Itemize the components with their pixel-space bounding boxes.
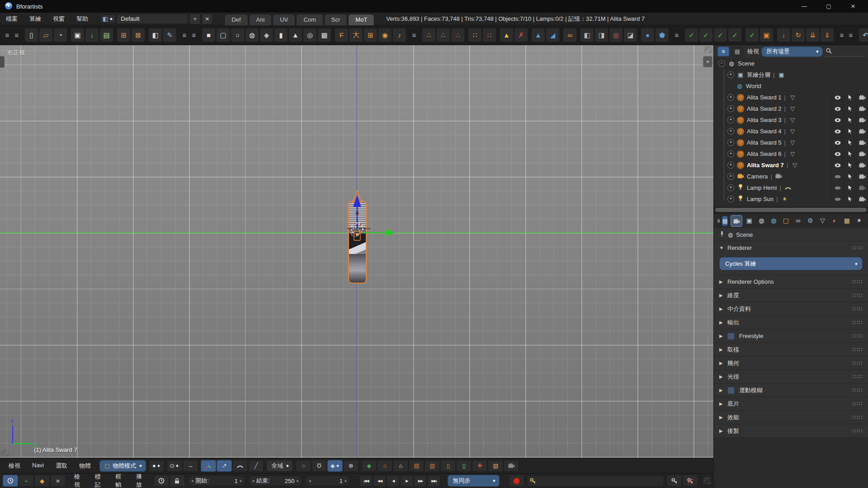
- background-image-button[interactable]: ▧: [488, 460, 503, 472]
- panel-checkbox[interactable]: [727, 333, 735, 340]
- screen-tab-MoT[interactable]: MoT: [348, 14, 374, 25]
- layout-name-field[interactable]: Default: [117, 14, 188, 24]
- screen-tab-Scr[interactable]: Scr: [324, 14, 348, 25]
- add-layout-button[interactable]: +: [189, 14, 200, 24]
- outliner-row-lamp-hemi[interactable]: +Lamp Hemi|: [714, 182, 868, 193]
- panel-drag-grip[interactable]: [852, 334, 863, 338]
- restrict-render-toggle[interactable]: [856, 171, 868, 182]
- panel-輸出[interactable]: ▶輸出: [714, 315, 868, 329]
- add-speaker-button[interactable]: ♪: [392, 28, 406, 42]
- origin-center-button[interactable]: ◎: [609, 28, 623, 42]
- add-metaball-1-button[interactable]: ∴: [422, 28, 436, 42]
- restrict-view-toggle[interactable]: [831, 126, 844, 137]
- append-button[interactable]: ⊠: [131, 28, 145, 42]
- timeline-menu-框幀[interactable]: 框幀: [109, 473, 130, 488]
- close-button[interactable]: ✕: [843, 1, 863, 12]
- apply-scale-button[interactable]: ✓: [713, 28, 727, 42]
- apply-all-button[interactable]: ▣: [760, 28, 774, 42]
- expand-icon[interactable]: +: [727, 128, 734, 135]
- outliner-row-alita-sward-5[interactable]: +▽Alita Sward 5|▽: [714, 137, 868, 148]
- panel-後製[interactable]: ▶後製: [714, 424, 868, 437]
- add-icosphere-button[interactable]: ◈: [259, 28, 274, 42]
- add-metaball-2-button[interactable]: ∴: [436, 28, 450, 42]
- delete-keyframe-button[interactable]: [683, 475, 698, 487]
- playback-jump-start[interactable]: |◀◀: [359, 475, 373, 487]
- panel-drag-grip[interactable]: [852, 388, 863, 392]
- properties-tree-button[interactable]: ≡: [717, 216, 721, 226]
- parent-objects-button[interactable]: ∞: [563, 28, 577, 42]
- open-file-button[interactable]: ▱: [39, 28, 53, 42]
- restrict-select-toggle[interactable]: [844, 148, 856, 160]
- snap-target-button[interactable]: ⊕: [343, 460, 359, 472]
- home-view-button[interactable]: ⌂: [377, 460, 392, 472]
- panel-drag-grip[interactable]: [852, 320, 863, 324]
- outliner-search-field[interactable]: [825, 47, 864, 56]
- clear-scale-button[interactable]: ⇊: [806, 28, 820, 42]
- view3d-menu-物體[interactable]: 物體: [73, 462, 97, 470]
- screen-tab-Def[interactable]: Def: [224, 14, 248, 25]
- panel-效能[interactable]: ▶效能: [714, 410, 868, 424]
- view-all-button[interactable]: ⌂: [393, 460, 408, 472]
- expand-icon[interactable]: +: [727, 173, 734, 180]
- add-extras-menu[interactable]: ≡: [410, 28, 419, 42]
- expand-icon[interactable]: +: [727, 162, 734, 169]
- expand-icon[interactable]: +: [727, 94, 734, 101]
- origin-mass-button[interactable]: ◪: [623, 28, 637, 42]
- viewport-corner-grip[interactable]: [704, 46, 712, 53]
- keying-set-field[interactable]: [527, 475, 664, 487]
- time-indicator-button[interactable]: [154, 475, 169, 487]
- view-center-button[interactable]: ▥: [425, 460, 440, 472]
- restrict-render-toggle[interactable]: [856, 148, 868, 160]
- tab-physics[interactable]: ↻: [866, 215, 868, 226]
- save-button[interactable]: ▣: [71, 28, 85, 42]
- playback-prev-key[interactable]: ◀◀: [373, 475, 386, 487]
- insert-keyframe-button[interactable]: [667, 475, 682, 487]
- sync-dropdown[interactable]: 無同步: [448, 475, 500, 487]
- outliner-row-lamp-sun[interactable]: +Lamp Sun|☀: [714, 193, 868, 205]
- origin-geometry-button[interactable]: ◧: [580, 28, 594, 42]
- menu-視窗[interactable]: 視窗: [47, 15, 71, 23]
- outliner-scope-dropdown[interactable]: 所有場景: [761, 47, 823, 57]
- tab-data[interactable]: ▽: [817, 215, 828, 226]
- panel-drag-grip[interactable]: [852, 307, 863, 311]
- new-window-button[interactable]: ◧: [148, 28, 162, 42]
- outliner-row-算繪分層[interactable]: +▣算繪分層|▣: [714, 69, 868, 80]
- outliner-row-alita-sward-7[interactable]: +▽Alita Sward 7|▽: [714, 160, 868, 171]
- panel-光徑[interactable]: ▶光徑: [714, 370, 868, 383]
- restrict-render-toggle[interactable]: [856, 182, 868, 193]
- proportional-edit-toggle[interactable]: ○: [296, 460, 311, 472]
- autokey-record-button[interactable]: [509, 475, 524, 487]
- save-as-button[interactable]: ▤: [99, 28, 113, 42]
- outliner-row-alita-sward-1[interactable]: +▽Alita Sward 1|▽: [714, 92, 868, 103]
- panel-checkbox[interactable]: [727, 387, 735, 394]
- expand-icon[interactable]: +: [727, 117, 734, 123]
- properties-shelf-expander[interactable]: +: [703, 56, 712, 67]
- restrict-select-toggle[interactable]: [844, 92, 856, 103]
- menu-算繪[interactable]: 算繪: [24, 15, 47, 23]
- manipulate-centers-toggle[interactable]: ↔: [183, 460, 198, 472]
- shade-flat-button[interactable]: ⬟: [655, 28, 669, 42]
- panel-drag-grip[interactable]: [852, 246, 863, 250]
- panel-運動模糊[interactable]: ▶運動模糊: [714, 383, 868, 397]
- restrict-view-toggle[interactable]: [831, 171, 844, 182]
- restrict-view-toggle[interactable]: [831, 114, 844, 126]
- pivot-point-dropdown[interactable]: ⊙: [167, 460, 182, 472]
- expand-icon[interactable]: +: [727, 196, 734, 202]
- manipulator-rotate-toggle[interactable]: [232, 460, 248, 472]
- restrict-view-toggle[interactable]: [831, 103, 844, 114]
- manipulator-translate-toggle[interactable]: ↗: [217, 460, 232, 472]
- view3d-menu-Navi[interactable]: Navi: [26, 462, 50, 470]
- viewport-render-toggle[interactable]: ◈: [361, 460, 377, 472]
- expand-icon[interactable]: +: [727, 184, 734, 191]
- outliner-row-world[interactable]: ◍World: [714, 80, 868, 92]
- restrict-select-toggle[interactable]: [844, 182, 856, 193]
- screen-tab-Ani[interactable]: Ani: [249, 14, 272, 25]
- frame-end-field[interactable]: ◂ 結束: 250 ▸: [248, 475, 302, 486]
- new-file-button[interactable]: ▯: [24, 28, 38, 42]
- add-lattice-button[interactable]: ⊞: [363, 28, 377, 42]
- snap-toggle[interactable]: Ω: [311, 460, 327, 472]
- frame-start-field[interactable]: ◂ 開始: 1 ▸: [188, 475, 246, 486]
- panel-drag-grip[interactable]: [852, 415, 863, 419]
- save-incremental-button[interactable]: ↓: [85, 28, 99, 42]
- properties-display-button[interactable]: ▤: [722, 216, 728, 226]
